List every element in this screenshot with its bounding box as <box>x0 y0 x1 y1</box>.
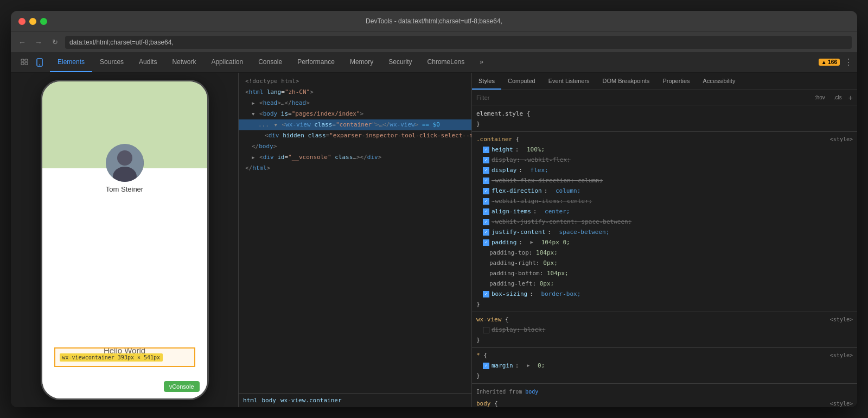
cls-button[interactable]: .cls <box>832 93 844 102</box>
align-items-checkbox[interactable] <box>483 208 489 215</box>
tab-accessibility[interactable]: Accessibility <box>697 73 742 90</box>
phone-frame: Tom Steiner Hello World wx-viewcontainer… <box>41 80 209 400</box>
svg-point-5 <box>39 64 40 65</box>
elements-pane: <!doctype html> <html lang="zh-CN"> ▶ <h… <box>239 73 472 407</box>
close-button[interactable] <box>18 18 25 25</box>
refresh-button[interactable]: ↻ <box>49 36 61 48</box>
address-bar[interactable]: data:text/html;charset=utf-8;base64, <box>65 36 852 49</box>
hov-button[interactable]: :hov <box>813 93 827 102</box>
display-block-checkbox[interactable] <box>483 327 489 333</box>
justify-content-rule: justify-content: space-between; <box>472 227 857 237</box>
tab-memory[interactable]: Memory <box>342 52 381 72</box>
inherited-from-label: Inherited from body <box>472 385 857 397</box>
container-selector: .container { <style> <box>472 134 857 144</box>
margin-checkbox[interactable] <box>483 363 489 369</box>
styles-tab-bar: Styles Computed Event Listeners DOM Brea… <box>472 73 857 90</box>
body-close-line[interactable]: </body> <box>239 141 471 152</box>
webkit-justify-rule: -webkit-justify-content: space-between; <box>472 217 857 227</box>
window-title: DevTools - data:text/html;charset=utf-8;… <box>366 17 502 25</box>
tab-chromelens[interactable]: ChromeLens <box>420 52 473 72</box>
margin-rule: margin: ▶ 0; <box>472 360 857 371</box>
div-vconsole-line[interactable]: ▶ <div id="__vconsole" class…></div> <box>239 152 471 163</box>
tab-audits[interactable]: Audits <box>131 52 164 72</box>
height-checkbox[interactable] <box>483 147 489 153</box>
tab-styles[interactable]: Styles <box>472 73 501 90</box>
warning-badge: ▲ 166 <box>819 59 840 66</box>
star-selector: * { <style> <box>472 350 857 360</box>
mobile-icon[interactable] <box>34 56 46 68</box>
padding-checkbox[interactable] <box>483 239 489 246</box>
title-bar: DevTools - data:text/html;charset=utf-8;… <box>11 11 857 31</box>
margin-expand-icon[interactable]: ▶ <box>527 361 529 370</box>
webkit-justify-checkbox[interactable] <box>483 219 489 225</box>
webkit-flex-direction-rule: -webkit-flex-direction: column; <box>472 175 857 186</box>
minimize-button[interactable] <box>29 18 36 25</box>
breadcrumb: html body wx-view.container <box>239 393 471 407</box>
element-style-selector: element.style { <box>472 109 857 119</box>
more-options-button[interactable]: ⋮ <box>844 57 853 67</box>
tab-event-listeners[interactable]: Event Listeners <box>542 73 596 90</box>
star-style-block: * { <style> margin: ▶ 0; } <box>472 349 857 382</box>
tabs-right-area: ▲ 166 ⋮ <box>819 52 857 72</box>
forward-button[interactable]: → <box>33 36 44 48</box>
tab-more[interactable]: » <box>472 52 491 72</box>
main-content: Tom Steiner Hello World wx-viewcontainer… <box>11 73 857 407</box>
justify-content-checkbox[interactable] <box>483 229 489 236</box>
traffic-lights <box>18 18 47 25</box>
wx-view-style-block: wx-view { <style> display: block; } <box>472 313 857 346</box>
tab-network[interactable]: Network <box>164 52 203 72</box>
display-flex-rule: display: flex; <box>472 165 857 175</box>
div-hidden-line[interactable]: <div hidden class="exparser-inspector-to… <box>239 130 471 141</box>
tab-console[interactable]: Console <box>251 52 290 72</box>
tab-properties[interactable]: Properties <box>656 73 696 90</box>
svg-rect-2 <box>21 62 24 65</box>
elements-tree: <!doctype html> <html lang="zh-CN"> ▶ <h… <box>239 73 471 393</box>
vconsole-button[interactable]: vConsole <box>164 381 200 392</box>
wx-view-selected-line[interactable]: ... ▼ <wx-view class="container">…</wx-v… <box>239 119 471 130</box>
body-expanded-line[interactable]: ▼ <body is="pages/index/index"> <box>239 109 471 119</box>
breadcrumb-body[interactable]: body <box>262 397 277 404</box>
maximize-button[interactable] <box>40 18 47 25</box>
tab-computed[interactable]: Computed <box>501 73 542 90</box>
element-style-block: element.style { } <box>472 107 857 130</box>
phone-screen: Tom Steiner Hello World wx-viewcontainer… <box>42 81 207 398</box>
webkit-align-checkbox[interactable] <box>483 198 489 205</box>
flex-direction-rule: flex-direction: column; <box>472 186 857 196</box>
breadcrumb-html[interactable]: html <box>243 397 258 404</box>
styles-filter-input[interactable] <box>476 94 808 101</box>
breadcrumb-wx-view[interactable]: wx-view.container <box>280 397 342 404</box>
avatar <box>106 144 144 182</box>
box-sizing-rule: box-sizing: border-box; <box>472 289 857 299</box>
padding-expand-icon[interactable]: ▶ <box>531 238 533 247</box>
wx-view-selector: wx-view { <style> <box>472 314 857 325</box>
display-webkit-flex-rule: display: -webkit-flex; <box>472 155 857 165</box>
tab-security[interactable]: Security <box>381 52 419 72</box>
back-button[interactable]: ← <box>16 36 28 48</box>
tab-application[interactable]: Application <box>203 52 251 72</box>
tab-elements[interactable]: Elements <box>50 52 92 72</box>
tab-sources[interactable]: Sources <box>92 52 131 72</box>
display-block-rule: display: block; <box>472 325 857 335</box>
html-doctype-line[interactable]: <!doctype html> <box>239 76 471 87</box>
display-webkit-checkbox[interactable] <box>483 157 489 163</box>
align-items-rule: align-items: center; <box>472 206 857 217</box>
flex-direction-checkbox[interactable] <box>483 188 489 194</box>
tab-performance[interactable]: Performance <box>290 52 342 72</box>
box-sizing-checkbox[interactable] <box>483 291 489 297</box>
address-text: data:text/html;charset=utf-8;base64, <box>69 39 174 46</box>
highlight-label: wx-viewcontainer 393px × 541px <box>60 353 163 362</box>
inspect-icon[interactable] <box>18 56 30 68</box>
padding-top-sub: padding-top: 104px; <box>472 248 857 258</box>
webkit-align-items-rule: -webkit-align-items: center; <box>472 196 857 206</box>
webkit-flex-dir-checkbox[interactable] <box>483 178 489 184</box>
height-rule: height: 100%; <box>472 144 857 155</box>
tab-dom-breakpoints[interactable]: DOM Breakpoints <box>596 73 656 90</box>
padding-right-sub: padding-right: 0px; <box>472 258 857 268</box>
padding-left-sub: padding-left: 0px; <box>472 278 857 289</box>
head-collapsed-line[interactable]: ▶ <head>…</head> <box>239 98 471 109</box>
html-close-line[interactable]: </html> <box>239 163 471 174</box>
display-flex-checkbox[interactable] <box>483 167 489 174</box>
phone-highlight-box: wx-viewcontainer 393px × 541px <box>54 347 195 367</box>
add-style-button[interactable]: + <box>848 93 853 102</box>
html-tag-line[interactable]: <html lang="zh-CN"> <box>239 87 471 98</box>
